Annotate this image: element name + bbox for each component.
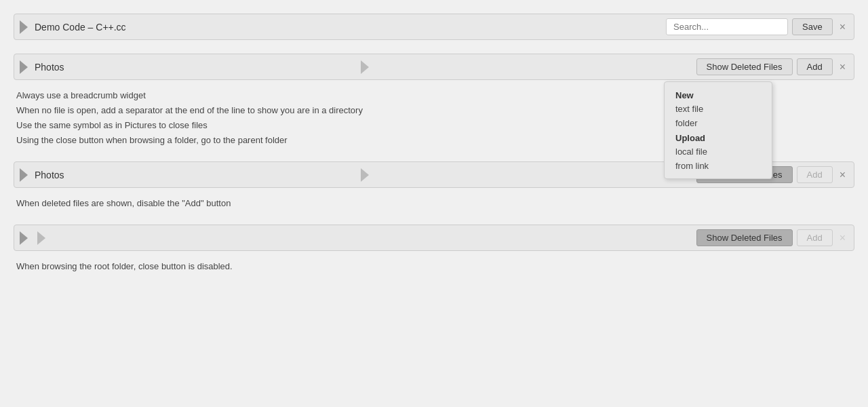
breadcrumb-arrow-2 [20,60,28,74]
search-input-1[interactable] [666,18,788,35]
breadcrumb-label-2: Photos [35,62,354,73]
add-button-2: Add [797,166,833,183]
notes-section-2: When deleted files are shown, disable th… [14,196,854,211]
note-3: When browsing the root folder, close but… [16,259,854,274]
breadcrumb-label-3: Photos [35,170,354,180]
breadcrumb-separator-4 [37,231,45,245]
close-button-1[interactable]: × [837,21,848,33]
notes-section-3: When browsing the root folder, close but… [14,259,854,274]
add-dropdown-menu: New text file folder Upload local file f… [664,81,772,179]
note-2: When deleted files are shown, disable th… [16,196,854,211]
breadcrumb-separator-2 [361,60,369,74]
dropdown-text-file[interactable]: text file [665,102,772,116]
breadcrumb-arrow-3 [20,168,28,182]
toolbar-demo-code: Demo Code – C++.cc Save × [14,14,854,40]
breadcrumb-arrow-4 [20,231,28,245]
dropdown-upload-label: Upload [665,130,772,144]
close-button-2[interactable]: × [837,61,848,73]
dropdown-folder[interactable]: folder [665,116,772,130]
close-button-3[interactable]: × [837,169,848,181]
toolbar-root: Show Deleted Files Add × [14,225,854,251]
dropdown-new-label: New [665,88,772,102]
add-button-1[interactable]: Add [797,58,833,75]
breadcrumb-separator-3 [361,168,369,182]
dropdown-from-link[interactable]: from link [665,159,772,173]
close-button-4: × [837,232,848,244]
toolbar-photos-1: Photos Show Deleted Files Add × New text… [14,54,854,80]
show-deleted-button-1[interactable]: Show Deleted Files [696,58,793,75]
save-button[interactable]: Save [792,18,833,35]
show-deleted-button-3[interactable]: Show Deleted Files [696,229,793,246]
breadcrumb-arrow-1 [20,20,28,34]
breadcrumb-label-1: Demo Code – C++.cc [35,22,662,33]
dropdown-local-file[interactable]: local file [665,144,772,159]
add-button-3: Add [797,229,833,246]
